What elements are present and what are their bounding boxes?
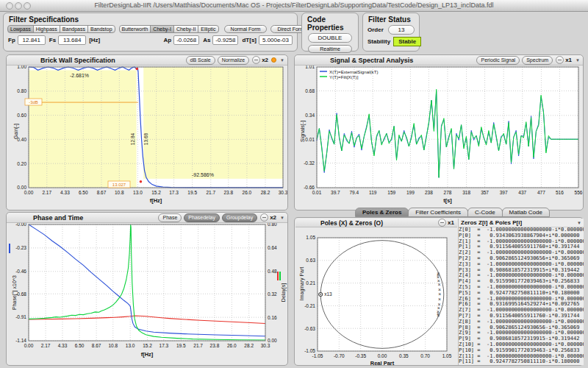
- order-label: Order: [368, 26, 384, 33]
- poles-zeros-panel: Poles (X) & Zeros (O) x1 ×××××××××××××x1…: [294, 217, 584, 366]
- pole-list-row: Z[2] = -1.000000000000000000-i*0.000000: [459, 250, 584, 256]
- svg-text:39.7: 39.7: [331, 190, 340, 195]
- window-zoom-button[interactable]: [24, 2, 31, 10]
- filter-type-bandpass[interactable]: Bandpass: [60, 25, 88, 33]
- dt-label: dT[s]: [242, 37, 257, 43]
- svg-text:13.0: 13.0: [133, 190, 143, 195]
- approx-elliptic[interactable]: Elliptic: [198, 25, 218, 33]
- fs-input[interactable]: 13.684: [58, 35, 86, 45]
- pole-list-row: P[1] = 0.9115640055911760+i*0.391744: [459, 244, 584, 250]
- svg-text:17.3: 17.3: [159, 343, 169, 348]
- zoom-icon[interactable]: [260, 213, 268, 222]
- svg-text:0.68: 0.68: [305, 88, 315, 93]
- svg-text:21.7: 21.7: [206, 190, 215, 195]
- pole-list-row: P[3] = 0.9086818572319915+i*0.319442: [459, 268, 584, 274]
- svg-text:0.00: 0.00: [17, 185, 26, 190]
- spectrum-button[interactable]: Spectrum: [522, 56, 553, 65]
- svg-text:23.8: 23.8: [210, 343, 220, 348]
- svg-text:8.67: 8.67: [92, 343, 101, 348]
- as-input[interactable]: -0.9258: [212, 35, 238, 45]
- chart-canvas: 0.002.174.336.508.6710.813.015.217.319.5…: [7, 223, 287, 367]
- db-scale-button[interactable]: dB Scale: [186, 56, 215, 65]
- pole-list: Zeros Z[i] & Poles P[i] ▼ Z[0] = -1.0000…: [458, 219, 584, 365]
- zoom-icon[interactable]: [438, 219, 446, 227]
- svg-text:Y(T)=Filt[X(T)]: Y(T)=Filt[X(T)]: [329, 74, 359, 79]
- chevron-down-icon[interactable]: ▼: [280, 216, 284, 220]
- svg-text:6.50: 6.50: [75, 343, 85, 348]
- svg-text:1.00: 1.00: [17, 66, 26, 69]
- svg-text:-0.91: -0.91: [15, 314, 26, 319]
- signal-panel: Signal & Spectral Analysis Periodic Sign…: [294, 54, 584, 210]
- chevron-down-icon[interactable]: ▼: [280, 58, 284, 63]
- svg-text:79.4: 79.4: [350, 190, 359, 195]
- svg-text:0.35: 0.35: [399, 353, 409, 358]
- zoom-icon[interactable]: [556, 56, 564, 64]
- pole-list-row: Z[1] = -1.000000000000000000-i*0.000000: [459, 239, 584, 245]
- normalize-button[interactable]: Normalize: [218, 56, 250, 65]
- svg-text:556: 556: [575, 190, 583, 195]
- fp-label: Fp: [8, 37, 15, 43]
- svg-text:8.67: 8.67: [97, 190, 107, 195]
- tab-filter-coefficients[interactable]: Filter Coefficients: [408, 208, 468, 217]
- zoom-icon[interactable]: [252, 56, 260, 64]
- pole-list-row: P[2] = 0.9062865124930656+i*0.365069: [459, 256, 584, 262]
- svg-text:28.2: 28.2: [244, 343, 254, 348]
- window-close-button[interactable]: [6, 2, 13, 10]
- approx-cheby1[interactable]: Cheby-I: [150, 25, 174, 33]
- filter-specifications-title: Filter Specifications: [9, 15, 297, 24]
- periodic-signal-button[interactable]: Periodic Signal: [476, 56, 520, 65]
- phase-ylabel-left: Phase[°] x10^3: [12, 269, 17, 316]
- phase-button[interactable]: Phase: [158, 213, 182, 222]
- filter-type-highpass[interactable]: Highpass: [33, 25, 60, 33]
- svg-text:-92.586%: -92.586%: [192, 172, 214, 177]
- signal-header: Signal & Spectral Analysis Periodic Sign…: [295, 55, 583, 66]
- brickwall-plot: -2.681%-92.586%-3dB13.02712.8413.680.002…: [7, 66, 287, 214]
- filter-type-bandstop[interactable]: Bandstop: [87, 25, 115, 33]
- filter-type-segment: Lowpass Highpass Bandpass Bandstop: [7, 25, 115, 33]
- normal-form-button[interactable]: Normal Form: [224, 25, 268, 33]
- svg-text:-0.46: -0.46: [15, 269, 26, 274]
- pole-list-row: Z[4] = -1.000000000000000000-i*0.000000: [459, 273, 584, 279]
- lamp-icon: [271, 57, 276, 63]
- chart-canvas: X(T)=ExternalSignal(kT)Y(T)=Filt[X(T)]0.…: [295, 66, 583, 211]
- svg-text:-3dB: -3dB: [29, 100, 38, 105]
- svg-text:17.3: 17.3: [169, 190, 179, 195]
- svg-text:0.21: 0.21: [306, 280, 315, 286]
- svg-text:-0.00: -0.00: [15, 223, 26, 227]
- svg-text:x13: x13: [324, 291, 332, 297]
- filter-type-lowpass[interactable]: Lowpass: [7, 25, 34, 33]
- svg-text:26.0: 26.0: [227, 343, 237, 348]
- pole-list-row: P[5] = 0.9247782750811110+i*0.180000: [459, 291, 584, 297]
- tab-poles-zeros[interactable]: Poles & Zeros: [355, 208, 409, 217]
- window-minimize-button[interactable]: [15, 2, 22, 10]
- phase-ylabel-right: Delay[s]: [281, 278, 286, 308]
- svg-text:238: 238: [425, 190, 433, 195]
- pole-list-row: P[8] = 0.9062865124930656-i*0.365069: [459, 325, 584, 331]
- approx-cheby2[interactable]: Cheby-II: [173, 25, 198, 33]
- code-type-button[interactable]: DOUBLE: [308, 33, 352, 43]
- svg-text:0.48: 0.48: [268, 269, 277, 274]
- signal-ylabel: Signals[-]: [300, 114, 305, 149]
- pole-list-rows[interactable]: Z[0] = -1.000000000000000000-i*0.000000P…: [459, 227, 584, 365]
- svg-text:0.63: 0.63: [306, 258, 315, 263]
- ap-input[interactable]: -0.0268: [173, 35, 199, 45]
- svg-text:0.32: 0.32: [268, 291, 277, 297]
- groupdelay-button[interactable]: Groupdelay: [222, 213, 257, 222]
- phasedelay-button[interactable]: Phasedelay: [184, 213, 220, 222]
- realtime-button[interactable]: Realtime: [308, 45, 352, 53]
- svg-text:-1.05: -1.05: [304, 348, 315, 353]
- approx-butterworth[interactable]: Butterworth: [119, 25, 151, 33]
- chevron-down-icon[interactable]: ▼: [576, 58, 580, 63]
- chevron-down-icon[interactable]: ▼: [577, 221, 581, 225]
- svg-text:437: 437: [518, 190, 526, 195]
- svg-text:4.33: 4.33: [60, 190, 70, 195]
- pole-list-row: Z[10] = -1.000000000000000000-i*0.000000: [459, 342, 584, 348]
- svg-text:6.50: 6.50: [79, 190, 88, 195]
- polezero-zoom-level: x1: [448, 219, 454, 226]
- tab-matlab-code[interactable]: Matlab Code: [502, 208, 550, 217]
- dt-input[interactable]: 5.000e-03: [259, 35, 293, 45]
- code-properties-panel: Code Properties DOUBLE Realtime: [301, 13, 359, 52]
- fp-input[interactable]: 12.841: [18, 35, 46, 45]
- tab-c-code[interactable]: C-Code: [467, 208, 503, 217]
- brickwall-ylabel: Gain[-]: [13, 117, 18, 146]
